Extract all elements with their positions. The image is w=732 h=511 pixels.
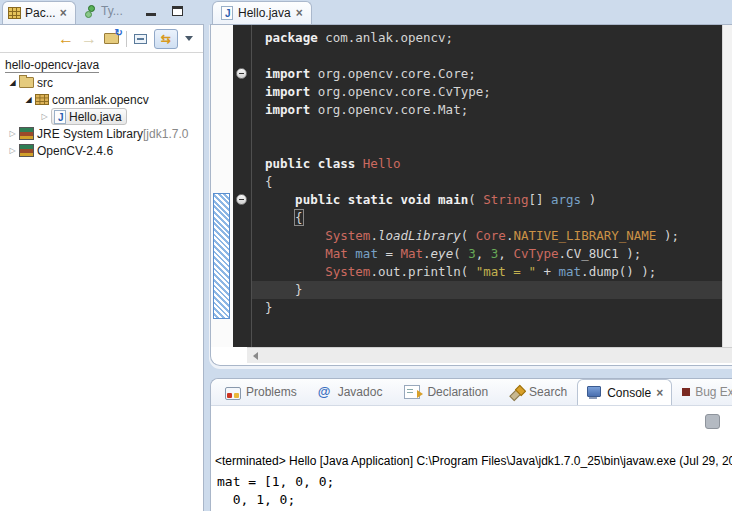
tree-item-suffix: [jdk1.7.0 xyxy=(143,127,188,141)
code-line[interactable]: } xyxy=(265,299,722,317)
package-explorer-view: ← → ⇆ hello-opencv-java◢src◢com.anlak.op… xyxy=(0,24,204,511)
horizontal-scrollbar[interactable] xyxy=(247,347,732,363)
code-line[interactable]: package com.anlak.opencv; xyxy=(265,29,722,47)
code-editor[interactable]: package com.anlak.opencv;import org.open… xyxy=(211,25,732,347)
vertical-scrollbar[interactable] xyxy=(722,25,732,347)
view-menu-icon[interactable] xyxy=(185,36,193,41)
code-line[interactable]: { xyxy=(265,209,722,227)
fold-collapse-icon[interactable] xyxy=(236,194,247,205)
expanded-arrow-icon[interactable]: ◢ xyxy=(22,95,35,104)
code-segment: } xyxy=(265,300,273,315)
code-line[interactable] xyxy=(265,137,722,155)
tab-type-hierarchy[interactable]: Ty... xyxy=(84,4,123,18)
code-segment: org.opencv.core.CvType; xyxy=(310,84,491,99)
library-icon xyxy=(19,127,34,140)
tab-declaration[interactable]: Declaration xyxy=(392,379,498,406)
up-folder-icon[interactable] xyxy=(104,33,119,44)
link-with-editor-icon[interactable]: ⇆ xyxy=(154,29,178,49)
code-segment: public class xyxy=(265,156,363,171)
tab-package-explorer[interactable]: Pac... × xyxy=(2,1,76,24)
console-view[interactable]: <terminated> Hello [Java Application] C:… xyxy=(211,406,732,511)
tree-item-label: JRE System Library xyxy=(37,127,143,141)
code-line[interactable]: import org.opencv.core.Core; xyxy=(265,65,722,83)
collapsed-arrow-icon[interactable]: ▷ xyxy=(6,146,19,155)
tree-item-label: com.anlak.opencv xyxy=(52,93,149,107)
collapsed-arrow-icon[interactable]: ▷ xyxy=(6,129,19,138)
console-output-line: mat = [1, 0, 0; xyxy=(217,473,334,491)
code-segment: ); xyxy=(656,228,679,243)
code-text[interactable]: package com.anlak.opencv;import org.open… xyxy=(252,25,722,317)
code-segment: System xyxy=(325,228,370,243)
expanded-arrow-icon[interactable]: ◢ xyxy=(6,78,19,87)
tree-item[interactable]: ▷Hello.java xyxy=(0,108,203,125)
code-line[interactable]: } xyxy=(265,281,722,299)
java-file-icon xyxy=(54,110,66,124)
code-segment: 3 xyxy=(468,246,476,261)
code-segment: [] xyxy=(528,192,551,207)
tree-item[interactable]: ▷JRE System Library [jdk1.7.0 xyxy=(0,125,203,142)
code-segment: . xyxy=(370,228,378,243)
package-icon xyxy=(35,94,49,105)
forward-arrow-icon[interactable]: → xyxy=(81,31,97,47)
code-segment xyxy=(265,210,295,225)
tree-item[interactable]: ◢com.anlak.opencv xyxy=(0,91,203,108)
code-segment: , xyxy=(476,246,491,261)
bug-icon xyxy=(682,388,690,396)
code-line[interactable] xyxy=(265,119,722,137)
code-segment: org.opencv.core.Mat; xyxy=(310,102,468,117)
tab-console[interactable]: Console× xyxy=(577,379,672,406)
maximize-view-button[interactable] xyxy=(172,6,183,16)
code-segment: import xyxy=(265,84,310,99)
code-line[interactable]: public class Hello xyxy=(265,155,722,173)
console-toolbar-button[interactable] xyxy=(705,414,720,429)
code-line[interactable]: { xyxy=(265,173,722,191)
code-segment: args xyxy=(551,192,581,207)
library-icon xyxy=(19,144,34,157)
tree-item[interactable]: ▷OpenCV-2.4.6 xyxy=(0,142,203,159)
code-line[interactable]: import org.opencv.core.Mat; xyxy=(265,101,722,119)
code-segment: "mat = " xyxy=(476,264,536,279)
console-output: mat = [1, 0, 0; 0, 1, 0; 0, 0, 1] xyxy=(217,473,334,511)
code-segment: ( xyxy=(461,228,476,243)
close-icon[interactable]: × xyxy=(296,7,303,19)
code-line[interactable]: System.out.println( "mat = " + mat.dump(… xyxy=(265,263,722,281)
code-line[interactable]: public static void main( String[] args ) xyxy=(265,191,722,209)
code-segment: public static void main xyxy=(295,192,468,207)
tab-bug-explorer[interactable]: Bug Explorer xyxy=(672,379,732,406)
back-arrow-icon[interactable]: ← xyxy=(58,31,74,47)
tab-label: Problems xyxy=(246,385,297,399)
problems-icon xyxy=(225,387,241,400)
tree-item[interactable]: hello-opencv-java xyxy=(0,57,203,74)
collapse-all-icon[interactable] xyxy=(134,34,147,44)
scroll-left-arrow-icon[interactable] xyxy=(253,352,258,360)
tab-label: Console xyxy=(607,386,651,400)
code-line[interactable]: import org.opencv.core.CvType; xyxy=(265,83,722,101)
editor-tab-hello-java[interactable]: Hello.java × xyxy=(212,1,312,24)
declaration-icon xyxy=(404,385,420,399)
close-icon[interactable]: × xyxy=(60,7,67,19)
code-segment xyxy=(265,264,325,279)
code-segment: .CV_8UC1 ); xyxy=(559,246,642,261)
close-icon[interactable]: × xyxy=(656,387,663,399)
collapsed-arrow-icon[interactable]: ▷ xyxy=(38,112,51,121)
tree-item[interactable]: ◢src xyxy=(0,74,203,91)
fold-collapse-icon[interactable] xyxy=(236,68,247,79)
code-line[interactable] xyxy=(265,47,722,65)
package-folder-icon xyxy=(19,77,34,88)
tree-item-label: src xyxy=(37,76,53,90)
tab-problems[interactable]: Problems xyxy=(215,379,307,406)
tab-type-hierarchy-label: Ty... xyxy=(101,4,123,18)
minimize-view-button[interactable] xyxy=(146,13,156,16)
tab-search[interactable]: Search xyxy=(498,379,577,406)
code-segment: ) xyxy=(581,192,596,207)
console-icon xyxy=(586,385,602,401)
annotation-ruler[interactable] xyxy=(211,25,233,347)
code-line[interactable]: System.loadLibrary( Core.NATIVE_LIBRARY_… xyxy=(265,227,722,245)
left-view-tabbar: Pac... × Ty... xyxy=(0,0,205,24)
code-segment: ( xyxy=(468,192,483,207)
tab-javadoc[interactable]: Javadoc xyxy=(307,379,393,406)
code-segment: .dump() ); xyxy=(581,264,656,279)
tree-item-label: hello-opencv-java xyxy=(5,58,99,73)
code-segment: CvType xyxy=(513,246,558,261)
code-line[interactable]: Mat mat = Mat.eye( 3, 3, CvType.CV_8UC1 … xyxy=(265,245,722,263)
